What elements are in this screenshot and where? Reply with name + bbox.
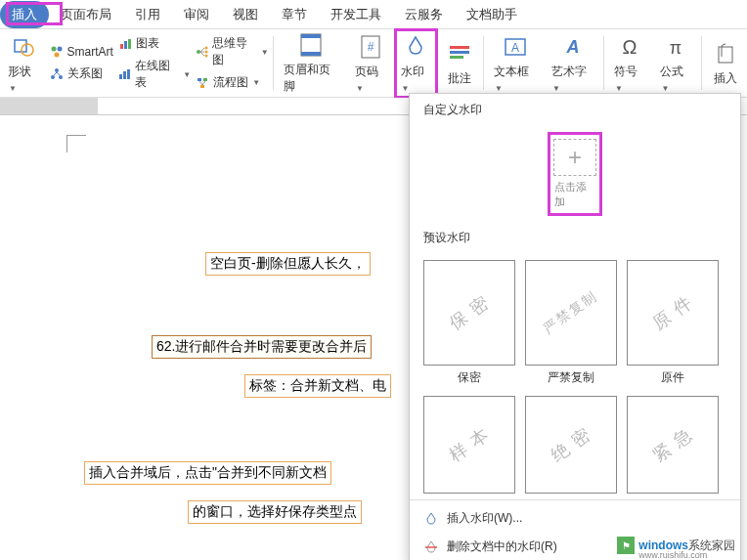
tab-layout[interactable]: 页面布局: [49, 1, 123, 28]
doc-text-line-2[interactable]: 62.进行邮件合并时需要更改合并后: [152, 335, 372, 359]
online-chart-icon: [117, 66, 132, 82]
doc-text-line-3[interactable]: 标签：合并新文档、电: [244, 374, 391, 398]
tab-assistant[interactable]: 文档助手: [455, 1, 529, 28]
formula-icon: π: [662, 33, 689, 61]
tab-cloud[interactable]: 云服务: [393, 1, 455, 28]
tab-bar: 插入 页面布局 引用 审阅 视图 章节 开发工具 云服务 文档助手: [0, 0, 747, 29]
svg-rect-26: [450, 46, 469, 49]
relation-button[interactable]: 关系图: [47, 65, 115, 83]
page-number-button[interactable]: # 页码▼: [347, 31, 394, 96]
watermark-label: 水印▼: [401, 64, 432, 94]
svg-point-2: [51, 47, 56, 52]
svg-rect-8: [120, 44, 123, 49]
svg-point-4: [54, 53, 59, 58]
delete-watermark-icon: [423, 539, 439, 555]
wordart-icon: A: [559, 33, 587, 61]
tab-reference[interactable]: 引用: [123, 1, 172, 28]
textbox-button[interactable]: A 文本框▼: [486, 31, 544, 96]
svg-text:π: π: [670, 38, 681, 58]
preset-section-title: 预设水印: [410, 222, 740, 254]
custom-add-label: 点击添加: [554, 178, 595, 209]
preset-no-copy[interactable]: 严禁复制 严禁复制: [525, 260, 617, 386]
svg-rect-22: [301, 34, 321, 38]
preset-top-secret[interactable]: 绝 密: [525, 396, 617, 494]
symbol-icon: Ω: [616, 33, 643, 61]
svg-point-17: [204, 55, 207, 58]
symbol-button[interactable]: Ω 符号▼: [606, 31, 653, 96]
wordart-button[interactable]: A 艺术字▼: [544, 31, 601, 96]
header-footer-button[interactable]: 页眉和页脚: [276, 29, 347, 97]
symbol-label: 符号▼: [614, 64, 645, 94]
comment-icon: [446, 40, 473, 67]
flowchart-button[interactable]: 流程图▼: [193, 73, 270, 92]
svg-rect-27: [450, 51, 469, 54]
shape-label: 形状▼: [8, 64, 39, 94]
formula-button[interactable]: π 公式▼: [652, 31, 699, 96]
shape-button[interactable]: 形状▼: [0, 31, 47, 96]
comment-label: 批注: [448, 70, 471, 87]
svg-rect-23: [301, 52, 321, 56]
brand-flag-icon: ⚑: [617, 537, 635, 554]
flowchart-icon: [195, 75, 210, 91]
smartart-button[interactable]: SmartArt: [47, 43, 115, 61]
page-corner: [66, 135, 86, 152]
svg-rect-28: [450, 56, 463, 59]
svg-point-16: [204, 51, 207, 54]
preset-sample[interactable]: 样 本: [423, 396, 515, 494]
svg-rect-13: [127, 69, 130, 79]
comment-button[interactable]: 批注: [438, 38, 481, 89]
svg-point-15: [204, 47, 207, 50]
chart-button[interactable]: 图表: [115, 34, 193, 53]
ribbon: 形状▼ SmartArt 关系图 图表 在线图表▼ 思维导图▼ 流程图▼ 页眉和…: [0, 29, 747, 98]
shape-icon: [10, 33, 37, 61]
online-chart-button[interactable]: 在线图表▼: [115, 57, 193, 92]
svg-rect-34: [719, 47, 732, 63]
watermark-icon: [402, 33, 429, 61]
header-footer-icon: [297, 31, 325, 59]
page-number-label: 页码▼: [355, 64, 386, 94]
branding: ⚑ windows系统家园 www.ruishifu.com: [617, 537, 735, 554]
svg-rect-12: [123, 71, 126, 79]
svg-rect-19: [203, 78, 207, 81]
attachment-icon: [712, 40, 739, 67]
svg-text:A: A: [511, 41, 519, 55]
relation-icon: [49, 66, 65, 82]
svg-text:#: #: [367, 40, 374, 54]
insert-watermark-icon: [423, 511, 439, 527]
textbox-label: 文本框▼: [494, 64, 536, 94]
menu-insert-watermark[interactable]: 插入水印(W)...: [410, 504, 740, 533]
smartart-icon: [49, 44, 65, 60]
chart-icon: [117, 36, 133, 52]
svg-text:Ω: Ω: [622, 36, 637, 58]
tab-devtools[interactable]: 开发工具: [319, 1, 393, 28]
svg-point-14: [197, 50, 200, 54]
tab-view[interactable]: 视图: [221, 1, 270, 28]
svg-point-1: [22, 44, 33, 56]
custom-section-title: 自定义水印: [410, 94, 740, 126]
svg-rect-0: [15, 40, 26, 52]
preset-original[interactable]: 原 件 原件: [627, 260, 719, 386]
mindmap-button[interactable]: 思维导图▼: [193, 34, 270, 69]
insert-right-button[interactable]: 插入: [704, 38, 747, 89]
svg-point-3: [57, 47, 62, 52]
wordart-label: 艺术字▼: [551, 64, 593, 94]
custom-watermark-add[interactable]: + 点击添加: [548, 132, 602, 216]
svg-text:A: A: [565, 37, 579, 57]
svg-point-7: [59, 75, 63, 79]
preset-urgent[interactable]: 紧 急: [627, 396, 719, 494]
svg-rect-20: [200, 85, 204, 88]
header-footer-label: 页眉和页脚: [284, 62, 339, 95]
tab-review[interactable]: 审阅: [172, 1, 221, 28]
textbox-icon: A: [502, 33, 529, 61]
watermark-dropdown: 自定义水印 + 点击添加 预设水印 保 密 保密 严禁复制 严禁复制 原 件 原…: [409, 93, 741, 560]
page-number-icon: #: [357, 33, 384, 61]
watermark-button[interactable]: 水印▼: [394, 28, 439, 99]
preset-confidential[interactable]: 保 密 保密: [423, 260, 515, 386]
tab-section[interactable]: 章节: [270, 1, 319, 28]
doc-text-line-4[interactable]: 插入合并域后，点击"合并到不同新文档: [84, 461, 331, 485]
doc-text-line-5[interactable]: 的窗口，选择好保存类型点: [188, 500, 362, 524]
doc-text-line-1[interactable]: 空白页-删除但愿人长久，: [205, 252, 371, 276]
svg-point-6: [51, 75, 55, 79]
tab-insert[interactable]: 插入: [0, 1, 49, 28]
mindmap-icon: [195, 44, 209, 60]
